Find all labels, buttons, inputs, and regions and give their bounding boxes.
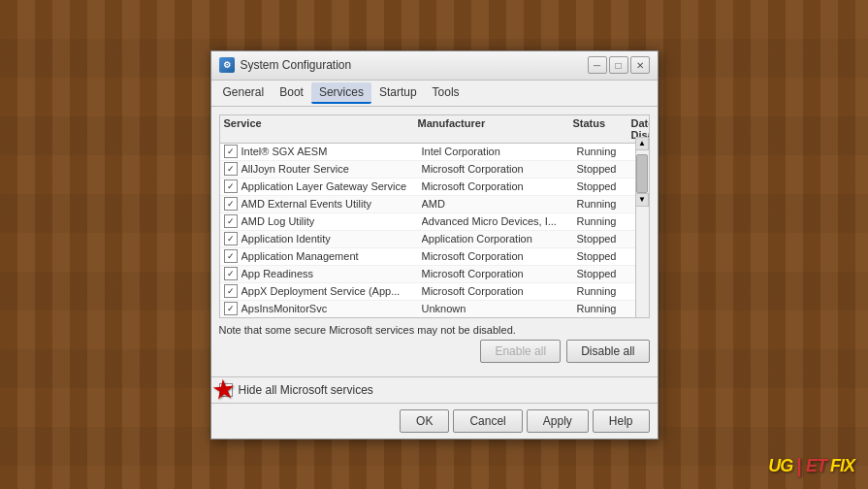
row-service: AllJoyn Router Service [241,163,422,175]
row-manufacturer: Microsoft Corporation [422,285,577,297]
note-text: Note that some secure Microsoft services… [219,318,650,340]
maximize-button[interactable]: □ [609,56,628,74]
cancel-button[interactable]: Cancel [453,409,522,433]
table-header: Service Manufacturer Status Date Disable… [220,115,649,144]
row-service: AMD Log Utility [241,215,422,227]
row-status: Stopped [577,268,635,279]
enable-disable-row: Enable all Disable all [219,340,650,369]
row-status: Stopped [577,233,635,244]
row-checkbox[interactable]: ✓ [224,162,238,176]
ok-button[interactable]: OK [400,409,449,433]
col-status-header: Status [573,117,631,141]
services-table: Service Manufacturer Status Date Disable… [219,114,650,318]
row-manufacturer: Application Corporation [422,233,577,244]
row-service: Intel® SGX AESM [241,146,422,157]
table-row[interactable]: ✓Application ManagementMicrosoft Corpora… [220,248,649,266]
watermark-ug: UG [768,456,792,476]
row-checkbox[interactable]: ✓ [224,302,238,315]
menu-boot[interactable]: Boot [272,82,311,104]
apply-button[interactable]: Apply [527,409,589,433]
table-row[interactable]: ✓AllJoyn Router ServiceMicrosoft Corpora… [220,161,649,179]
row-checkbox[interactable]: ✓ [224,232,238,245]
menu-tools[interactable]: Tools [425,82,467,104]
scrollbar[interactable]: ▲ ▼ [635,137,649,317]
scrollbar-down[interactable]: ▼ [635,193,649,207]
watermark-et: ET [806,456,826,476]
title-bar: ⚙ System Configuration ─ □ ✕ [211,51,658,81]
content-area: Service Manufacturer Status Date Disable… [211,107,658,376]
row-status: Stopped [577,180,635,192]
row-status: Stopped [577,250,635,262]
row-service: AppX Deployment Service (App... [241,285,422,297]
window-controls: ─ □ ✕ [588,56,650,74]
window-title: System Configuration [241,58,352,72]
row-checkbox[interactable]: ✓ [224,284,238,298]
row-service: AMD External Events Utility [241,198,422,210]
row-manufacturer: AMD [422,198,577,210]
watermark-fix: FIX [830,456,854,476]
menu-general[interactable]: General [215,82,273,104]
system-configuration-window: ⚙ System Configuration ─ □ ✕ General Boo… [210,50,659,440]
scrollbar-thumb[interactable] [636,154,648,193]
row-manufacturer: Microsoft Corporation [422,180,577,192]
table-row[interactable]: ✓AMD External Events UtilityAMDRunning [220,196,649,213]
row-status: Running [577,215,635,227]
row-manufacturer: Microsoft Corporation [422,250,577,262]
row-status: Running [577,303,635,314]
row-checkbox[interactable]: ✓ [224,197,238,211]
row-checkbox[interactable]: ✓ [224,214,238,228]
watermark: UG | ET FIX [768,455,854,477]
row-checkbox[interactable]: ✓ [224,267,238,280]
row-manufacturer: Microsoft Corporation [422,163,577,175]
row-status: Stopped [577,163,635,175]
table-row[interactable]: ✓ApsInsMonitorSvcUnknownRunning [220,301,649,318]
hide-microsoft-label[interactable]: Hide all Microsoft services [219,383,373,397]
table-row[interactable]: ✓App ReadinessMicrosoft CorporationStopp… [220,266,649,283]
row-manufacturer: Advanced Micro Devices, I... [422,215,577,227]
disable-all-button[interactable]: Disable all [566,340,649,363]
close-button[interactable]: ✕ [630,56,650,74]
table-body: ✓Intel® SGX AESMIntel CorporationRunning… [220,144,649,318]
scrollbar-up[interactable]: ▲ [635,137,649,150]
row-checkbox[interactable]: ✓ [224,145,238,158]
table-row[interactable]: ✓Intel® SGX AESMIntel CorporationRunning [220,144,649,161]
menu-startup[interactable]: Startup [371,82,425,104]
bottom-bar: Hide all Microsoft services [211,376,658,403]
table-row[interactable]: ✓Application IdentityApplication Corpora… [220,231,649,248]
footer-buttons: OK Cancel Apply Help [211,403,658,439]
row-manufacturer: Unknown [422,303,577,314]
row-status: Running [577,198,635,210]
row-service: Application Layer Gateway Service [241,180,422,192]
window-icon: ⚙ [219,57,235,73]
row-service: Application Identity [241,233,422,244]
row-checkbox[interactable]: ✓ [224,179,238,193]
minimize-button[interactable]: ─ [588,56,607,74]
hide-microsoft-text: Hide all Microsoft services [239,383,373,397]
row-service: App Readiness [241,268,422,279]
row-status: Running [577,285,635,297]
row-checkbox[interactable]: ✓ [224,249,238,263]
menu-bar: General Boot Services Startup Tools [211,81,658,107]
row-manufacturer: Microsoft Corporation [422,268,577,279]
table-row[interactable]: ✓AppX Deployment Service (App...Microsof… [220,283,649,301]
table-row[interactable]: ✓AMD Log UtilityAdvanced Micro Devices, … [220,213,649,231]
menu-services[interactable]: Services [311,82,371,104]
row-status: Running [577,146,635,157]
col-manufacturer-header: Manufacturer [418,117,573,141]
row-manufacturer: Intel Corporation [422,146,577,157]
enable-all-button[interactable]: Enable all [480,340,561,363]
red-star-indicator: ★ [210,373,238,407]
col-service-header: Service [224,117,418,141]
title-bar-left: ⚙ System Configuration [219,57,352,73]
row-service: Application Management [241,250,422,262]
table-row[interactable]: ✓Application Layer Gateway ServiceMicros… [220,179,649,196]
row-service: ApsInsMonitorSvc [241,303,422,314]
help-button[interactable]: Help [593,409,650,433]
watermark-separator: | [796,455,802,477]
